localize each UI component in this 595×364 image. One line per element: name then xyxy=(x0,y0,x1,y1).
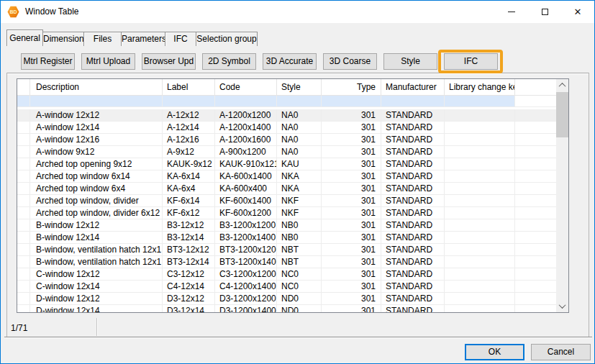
cell-label[interactable]: D3-12x12 xyxy=(163,293,215,305)
cell-label[interactable]: A-12x14 xyxy=(163,122,215,134)
cell-library-change-key[interactable] xyxy=(445,232,515,244)
cell-description[interactable]: A-window 12x16 xyxy=(30,134,163,146)
cell-label[interactable]: A-12x16 xyxy=(163,134,215,146)
cell-manufacturer[interactable]: STANDARD xyxy=(381,232,445,244)
cell-type[interactable]: 301 xyxy=(322,134,381,146)
tab-ifc[interactable]: IFC xyxy=(165,32,196,46)
cell-type[interactable]: 301 xyxy=(322,281,381,293)
cell-manufacturer[interactable]: STANDARD xyxy=(381,281,445,293)
cell-manufacturer[interactable]: STANDARD xyxy=(381,244,445,256)
cell-style[interactable]: ND0 xyxy=(277,293,322,305)
cell-code[interactable]: A-900x1200 xyxy=(215,146,277,158)
cell-library-change-key[interactable] xyxy=(445,281,515,293)
header-type[interactable]: Type xyxy=(322,79,381,95)
cell-manufacturer[interactable]: STANDARD xyxy=(381,134,445,146)
cell-description[interactable]: B-window 12x14 xyxy=(30,232,163,244)
cell-code[interactable]: C4-1200x1400 xyxy=(215,281,277,293)
table-row[interactable]: D-window 12x14D3-12x14D3-1200x1400ND0301… xyxy=(17,305,556,313)
cell-style[interactable]: NC0 xyxy=(277,281,322,293)
table-row[interactable]: Arched top window, divider 6x12KF-6x12KF… xyxy=(17,207,556,219)
header-manufacturer[interactable]: Manufacturer xyxy=(381,79,445,95)
cell-manufacturer[interactable]: STANDARD xyxy=(381,122,445,134)
cell-style[interactable]: NA0 xyxy=(277,134,322,146)
cell-library-change-key[interactable] xyxy=(445,256,515,268)
cell-manufacturer[interactable]: STANDARD xyxy=(381,256,445,268)
cell-manufacturer[interactable]: STANDARD xyxy=(381,109,445,122)
cell-library-change-key[interactable] xyxy=(445,146,515,158)
cell-manufacturer[interactable]: STANDARD xyxy=(381,170,445,183)
cell-code[interactable]: A-1200x1200 xyxy=(215,109,277,122)
scroll-down-button[interactable] xyxy=(556,300,568,312)
cell-library-change-key[interactable] xyxy=(445,195,515,207)
cell-type[interactable]: 301 xyxy=(322,183,381,195)
3d-coarse-button[interactable]: 3D Coarse xyxy=(323,53,377,70)
cell-style[interactable]: NB0 xyxy=(277,232,322,244)
minimize-button[interactable] xyxy=(495,1,528,23)
cell-style[interactable]: NKA xyxy=(277,170,322,183)
cell-code[interactable]: BT3-1200x1200 xyxy=(215,244,277,256)
cell-style[interactable]: NA0 xyxy=(277,109,322,122)
cell-code[interactable]: KAUK-910x1210 xyxy=(215,158,277,170)
cell-manufacturer[interactable]: STANDARD xyxy=(381,305,445,313)
cell-type[interactable] xyxy=(322,96,381,107)
cell-type[interactable]: 301 xyxy=(322,244,381,256)
cell-label[interactable] xyxy=(163,96,215,107)
cell-label[interactable]: BT3-12x14 xyxy=(163,256,215,268)
cell-type[interactable]: 301 xyxy=(322,232,381,244)
cell-type[interactable]: 301 xyxy=(322,207,381,219)
cell-description[interactable]: A-window 12x12 xyxy=(30,109,163,122)
cell-code[interactable]: KF-600x1200 xyxy=(215,207,277,219)
cell-style[interactable]: NBT xyxy=(277,244,322,256)
cell-style[interactable]: NB0 xyxy=(277,219,322,232)
cell-manufacturer[interactable] xyxy=(381,96,445,107)
row-selector[interactable] xyxy=(17,134,30,146)
cell-type[interactable]: 301 xyxy=(322,109,381,122)
table-row[interactable]: A-window 12x14A-12x14A-1200x1400NA0301ST… xyxy=(17,122,556,134)
table-row[interactable]: D-window 12x12D3-12x12D3-1200x1200ND0301… xyxy=(17,293,556,305)
header-code[interactable]: Code xyxy=(215,79,277,95)
table-row[interactable]: A-window 9x12A-9x12A-900x1200NA0301STAND… xyxy=(17,146,556,158)
row-selector[interactable] xyxy=(17,305,30,313)
cell-label[interactable]: C4-12x14 xyxy=(163,281,215,293)
table-row[interactable]: Arched top opening 9x12KAUK-9x12KAUK-910… xyxy=(17,158,556,170)
cell-manufacturer[interactable]: STANDARD xyxy=(381,158,445,170)
cell-code[interactable]: D3-1200x1400 xyxy=(215,305,277,313)
cell-code[interactable]: A-1200x1600 xyxy=(215,134,277,146)
header-label[interactable]: Label xyxy=(163,79,215,95)
row-selector[interactable] xyxy=(17,158,30,170)
cell-style[interactable]: NKF xyxy=(277,195,322,207)
cell-style[interactable]: NC0 xyxy=(277,268,322,281)
cell-library-change-key[interactable] xyxy=(445,134,515,146)
tab-dimensions[interactable]: Dimensions xyxy=(42,32,84,46)
cell-label[interactable]: KF-6x12 xyxy=(163,207,215,219)
row-selector[interactable] xyxy=(17,281,30,293)
cell-description[interactable] xyxy=(30,96,163,107)
row-selector[interactable] xyxy=(17,232,30,244)
cell-type[interactable]: 301 xyxy=(322,170,381,183)
cell-style[interactable]: NBT xyxy=(277,256,322,268)
table-row[interactable]: Arched top window, dividerKF-6x14KF-600x… xyxy=(17,195,556,207)
cell-code[interactable]: KA-600x1400 xyxy=(215,170,277,183)
header-style[interactable]: Style xyxy=(277,79,322,95)
cell-description[interactable]: B-window, ventilation hatch 12x1 xyxy=(30,256,163,268)
cell-library-change-key[interactable] xyxy=(445,219,515,232)
row-selector[interactable] xyxy=(17,109,30,122)
cell-style[interactable] xyxy=(277,96,322,107)
cell-code[interactable]: C3-1200x1200 xyxy=(215,268,277,281)
cell-label[interactable]: KA-6x4 xyxy=(163,183,215,195)
ifc-button[interactable]: IFC xyxy=(444,53,498,70)
cell-type[interactable]: 301 xyxy=(322,219,381,232)
cell-style[interactable]: NKA xyxy=(277,183,322,195)
row-selector[interactable] xyxy=(17,293,30,305)
header-library-change-key[interactable]: Library change key xyxy=(445,79,515,95)
cell-code[interactable]: B3-1200x1400 xyxy=(215,232,277,244)
mtrl-register-button[interactable]: Mtrl Register xyxy=(21,53,75,70)
table-row[interactable]: B-window, ventilation hatch 12x1BT3-12x1… xyxy=(17,256,556,268)
cell-label[interactable]: B3-12x14 xyxy=(163,232,215,244)
cell-manufacturer[interactable]: STANDARD xyxy=(381,183,445,195)
cell-description[interactable]: Arched top window 6x4 xyxy=(30,183,163,195)
style-button[interactable]: Style xyxy=(383,53,437,70)
cell-style[interactable]: KAU xyxy=(277,158,322,170)
scroll-up-button[interactable] xyxy=(556,79,568,91)
cell-type[interactable]: 301 xyxy=(322,305,381,313)
